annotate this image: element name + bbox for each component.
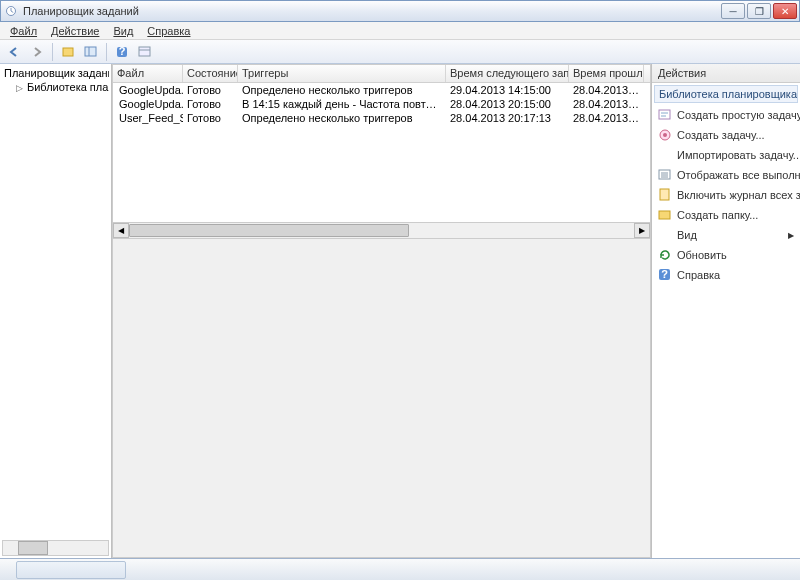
svg-rect-6 [139, 47, 150, 56]
action-view[interactable]: Вид ▶ [652, 225, 800, 245]
tree-root[interactable]: Планировщик заданий (Лок [2, 66, 109, 80]
expand-icon[interactable]: ▷ [16, 83, 23, 92]
menu-action[interactable]: Действие [45, 24, 105, 38]
action-create-basic[interactable]: Создать простую задачу... [652, 105, 800, 125]
svg-rect-17 [660, 189, 669, 200]
scroll-right[interactable]: ▶ [634, 223, 650, 238]
window-title: Планировщик заданий [23, 5, 721, 17]
menu-help[interactable]: Справка [141, 24, 196, 38]
detail-pane [112, 239, 651, 558]
help-button[interactable]: ? [112, 42, 132, 62]
menu-file[interactable]: Файл [4, 24, 43, 38]
properties-button[interactable] [135, 42, 155, 62]
action-enable-log[interactable]: Включить журнал всех заданий [652, 185, 800, 205]
col-last[interactable]: Время прошл [569, 65, 644, 82]
app-icon [3, 3, 19, 19]
actions-title: Действия [652, 64, 800, 83]
table-row[interactable]: GoogleUpda...ГотовоВ 14:15 каждый день -… [113, 97, 650, 111]
tree-library[interactable]: ▷ Библиотека планировщ [2, 80, 109, 94]
col-triggers[interactable]: Триггеры [238, 65, 446, 82]
task-grid: Файл Состояние Триггеры Время следующего… [112, 64, 651, 239]
svg-text:?: ? [661, 268, 668, 280]
separator [52, 43, 53, 61]
close-button[interactable]: ✕ [773, 3, 797, 19]
menubar: Файл Действие Вид Справка [0, 22, 800, 40]
log-icon [658, 188, 672, 202]
svg-rect-18 [659, 211, 670, 219]
panel-button[interactable] [81, 42, 101, 62]
titlebar: Планировщик заданий ─ ❐ ✕ [0, 0, 800, 22]
svg-text:?: ? [119, 45, 126, 57]
folder-icon [658, 208, 672, 222]
tree-panel: Планировщик заданий (Лок ▷ Библиотека пл… [0, 64, 112, 558]
forward-button[interactable] [27, 42, 47, 62]
tree-scrollbar[interactable] [2, 540, 109, 556]
maximize-button[interactable]: ❐ [747, 3, 771, 19]
up-button[interactable] [58, 42, 78, 62]
action-import[interactable]: Импортировать задачу... [652, 145, 800, 165]
taskbar-item[interactable] [16, 561, 126, 579]
action-help[interactable]: ? Справка [652, 265, 800, 285]
svg-point-15 [663, 133, 667, 137]
refresh-icon [658, 248, 672, 262]
grid-header: Файл Состояние Триггеры Время следующего… [113, 65, 650, 83]
separator [106, 43, 107, 61]
task-icon [658, 128, 672, 142]
back-button[interactable] [4, 42, 24, 62]
col-state[interactable]: Состояние [183, 65, 238, 82]
action-show-all[interactable]: Отображать все выполняемы... [652, 165, 800, 185]
menu-view[interactable]: Вид [107, 24, 139, 38]
grid-scrollbar[interactable]: ◀ ▶ [113, 222, 650, 238]
svg-rect-2 [85, 47, 96, 56]
action-create-folder[interactable]: Создать папку... [652, 205, 800, 225]
action-refresh[interactable]: Обновить [652, 245, 800, 265]
col-file[interactable]: Файл [113, 65, 183, 82]
scroll-thumb[interactable] [129, 224, 409, 237]
col-next[interactable]: Время следующего запуска [446, 65, 569, 82]
submenu-arrow-icon: ▶ [788, 231, 794, 240]
svg-rect-1 [63, 48, 73, 56]
scroll-left[interactable]: ◀ [113, 223, 129, 238]
blank-icon [658, 228, 672, 242]
list-icon [658, 168, 672, 182]
actions-panel: Действия Библиотека планировщика заданий… [651, 64, 800, 558]
help-icon: ? [658, 268, 672, 282]
table-row[interactable]: User_Feed_S...ГотовоОпределено несколько… [113, 111, 650, 125]
blank-icon [658, 148, 672, 162]
table-row[interactable]: GoogleUpda...ГотовоОпределено несколько … [113, 83, 650, 97]
taskbar [0, 558, 800, 580]
action-create-task[interactable]: Создать задачу... [652, 125, 800, 145]
toolbar: ? [0, 40, 800, 64]
minimize-button[interactable]: ─ [721, 3, 745, 19]
actions-section[interactable]: Библиотека планировщика заданий▲ [654, 85, 798, 103]
svg-rect-13 [659, 110, 670, 119]
wizard-icon [658, 108, 672, 122]
